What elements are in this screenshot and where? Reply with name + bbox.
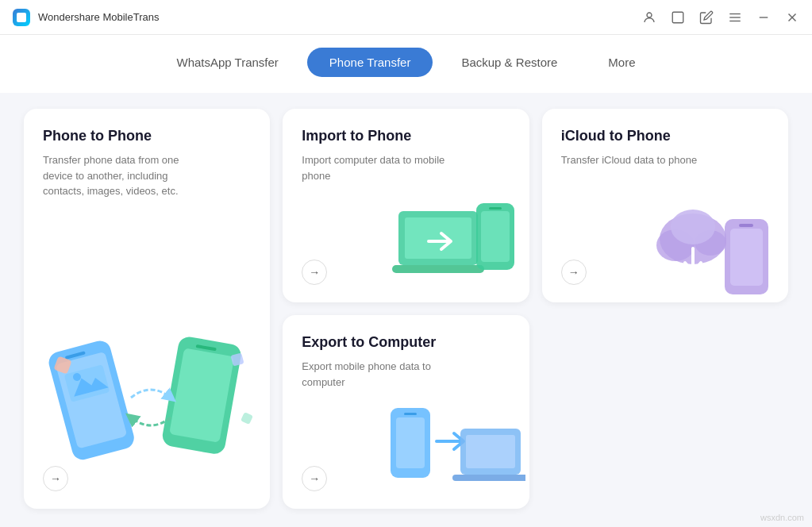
svg-rect-22	[392, 265, 484, 273]
svg-rect-37	[466, 435, 515, 468]
tab-backup[interactable]: Backup & Restore	[439, 48, 579, 77]
card-import-to-phone[interactable]: Import to Phone Import computer data to …	[283, 109, 529, 302]
svg-rect-25	[489, 207, 502, 210]
profile-icon[interactable]	[642, 10, 656, 25]
tab-more[interactable]: More	[586, 48, 657, 77]
import-to-phone-illustration	[391, 179, 525, 298]
card-import-to-phone-title: Import to Phone	[302, 128, 510, 144]
card-phone-to-phone[interactable]: Phone to Phone Transfer phone data from …	[24, 109, 270, 509]
tab-whatsapp[interactable]: WhatsApp Transfer	[154, 48, 300, 77]
card-phone-to-phone-desc: Transfer phone data from one device to a…	[43, 152, 186, 199]
card-export-to-computer-arrow[interactable]: →	[302, 466, 327, 491]
window-icon[interactable]	[671, 10, 685, 25]
svg-rect-35	[404, 413, 417, 415]
svg-rect-38	[452, 475, 525, 481]
card-export-to-computer[interactable]: Export to Computer Export mobile phone d…	[283, 315, 529, 509]
card-icloud-to-phone-desc: Transfer iCloud data to phone	[561, 152, 704, 168]
card-icloud-to-phone-title: iCloud to Phone	[561, 128, 769, 144]
svg-rect-27	[730, 229, 763, 286]
main-content: Phone to Phone Transfer phone data from …	[0, 93, 812, 525]
phone-to-phone-illustration	[40, 294, 262, 469]
title-bar-left: Wondershare MobileTrans	[13, 9, 159, 26]
svg-point-32	[671, 210, 715, 244]
icloud-to-phone-illustration	[649, 179, 784, 298]
card-export-to-computer-desc: Export mobile phone data to computer	[302, 359, 444, 390]
watermark: wsxdn.com	[760, 513, 804, 522]
card-phone-to-phone-title: Phone to Phone	[43, 128, 251, 144]
svg-rect-19	[241, 412, 253, 425]
app-title: Wondershare MobileTrans	[38, 11, 159, 23]
minimize-button[interactable]	[756, 10, 771, 25]
card-import-to-phone-arrow[interactable]: →	[302, 260, 327, 285]
export-to-computer-illustration	[383, 394, 525, 505]
menu-icon[interactable]	[728, 10, 742, 25]
card-phone-to-phone-arrow[interactable]: →	[43, 466, 68, 491]
svg-rect-21	[405, 217, 471, 259]
app-icon	[13, 9, 30, 26]
card-export-to-computer-title: Export to Computer	[302, 334, 510, 351]
svg-rect-24	[481, 211, 510, 262]
title-bar-controls	[642, 10, 799, 25]
svg-point-0	[647, 13, 652, 17]
close-button[interactable]	[785, 10, 799, 25]
svg-rect-34	[396, 417, 425, 468]
svg-rect-1	[672, 12, 683, 23]
tab-phone[interactable]: Phone Transfer	[307, 48, 433, 77]
svg-rect-28	[739, 224, 753, 227]
card-icloud-to-phone-arrow[interactable]: →	[561, 260, 587, 285]
edit-icon[interactable]	[699, 10, 714, 25]
title-bar: Wondershare MobileTrans	[0, 0, 812, 35]
nav-bar: WhatsApp Transfer Phone Transfer Backup …	[0, 35, 812, 93]
card-icloud-to-phone[interactable]: iCloud to Phone Transfer iCloud data to …	[542, 109, 788, 302]
